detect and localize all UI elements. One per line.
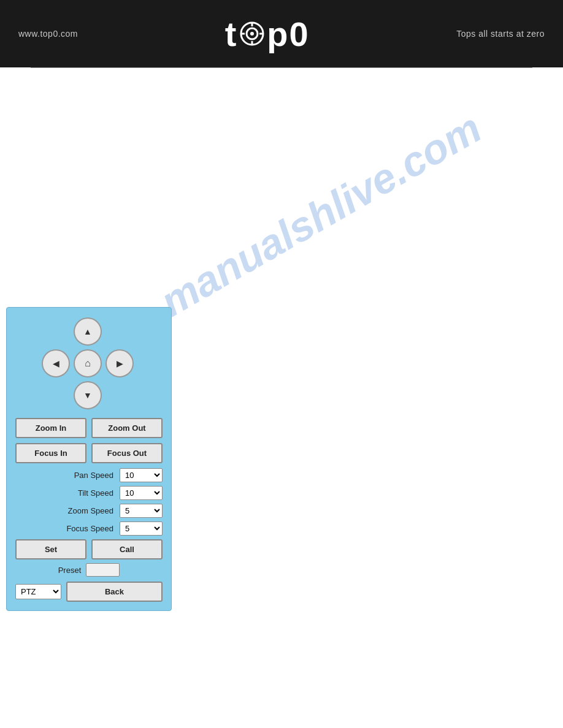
arrow-left-icon <box>53 358 59 368</box>
pan-speed-label: Pan Speed <box>15 471 120 480</box>
empty-bottom-right <box>105 381 134 409</box>
pan-speed-select[interactable]: 10 123 456 789 111213 141516 171819 20 <box>120 468 163 482</box>
svg-point-2 <box>250 32 254 36</box>
focus-speed-row: Focus Speed 5 123 467 8910 <box>15 521 163 536</box>
logo: t p0 <box>225 14 310 54</box>
pan-right-button[interactable] <box>105 349 134 377</box>
home-button[interactable] <box>74 349 102 377</box>
set-button[interactable]: Set <box>15 539 86 559</box>
bottom-row: PTZ AUX Back <box>15 582 163 602</box>
focus-in-button[interactable]: Focus In <box>15 443 86 463</box>
arrow-right-icon <box>117 358 123 368</box>
set-call-row: Set Call <box>15 539 163 559</box>
back-button[interactable]: Back <box>66 582 163 602</box>
pan-up-button[interactable] <box>74 317 102 346</box>
zoom-out-button[interactable]: Zoom Out <box>91 418 163 438</box>
logo-container: t p0 <box>78 14 456 54</box>
logo-icon <box>239 20 266 47</box>
call-button[interactable]: Call <box>91 539 163 559</box>
empty-top-left <box>42 317 70 346</box>
zoom-row: Zoom In Zoom Out <box>15 418 163 438</box>
pan-speed-row: Pan Speed 10 123 456 789 111213 141516 1… <box>15 468 163 482</box>
preset-label: Preset <box>58 566 82 575</box>
tilt-speed-label: Tilt Speed <box>15 488 120 498</box>
pan-left-button[interactable] <box>42 349 70 377</box>
zoom-speed-label: Zoom Speed <box>15 506 120 515</box>
tagline: Tops all starts at zero <box>456 29 545 39</box>
zoom-speed-select[interactable]: 5 123 467 8910 <box>120 504 163 518</box>
watermark: manualshlive.com <box>152 104 489 325</box>
pan-down-button[interactable] <box>74 381 102 409</box>
preset-row: Preset <box>15 563 163 577</box>
header: www.top0.com t p0 Tops all starts at zer… <box>0 0 563 67</box>
empty-top-right <box>105 317 134 346</box>
tilt-speed-row: Tilt Speed 10 123 456 789 111213 141516 … <box>15 486 163 500</box>
focus-speed-label: Focus Speed <box>15 524 120 533</box>
ptz-panel: Zoom In Zoom Out Focus In Focus Out Pan … <box>6 307 172 611</box>
website-url: www.top0.com <box>18 29 78 39</box>
empty-bottom-left <box>42 381 70 409</box>
main-content: manualshlive.com <box>0 68 563 620</box>
focus-row: Focus In Focus Out <box>15 443 163 463</box>
focus-out-button[interactable]: Focus Out <box>91 443 163 463</box>
preset-input[interactable] <box>86 563 120 577</box>
zoom-in-button[interactable]: Zoom In <box>15 418 86 438</box>
focus-speed-select[interactable]: 5 123 467 8910 <box>120 521 163 536</box>
logo-t: t <box>225 14 238 54</box>
tilt-speed-select[interactable]: 10 123 456 789 111213 141516 171819 20 <box>120 486 163 500</box>
arrow-up-icon <box>83 327 92 336</box>
logo-p0: p0 <box>267 14 309 54</box>
zoom-speed-row: Zoom Speed 5 123 467 8910 <box>15 504 163 518</box>
direction-controls <box>15 317 163 412</box>
arrow-down-icon <box>83 390 92 400</box>
home-icon <box>85 358 91 369</box>
mode-select[interactable]: PTZ AUX <box>15 584 61 599</box>
